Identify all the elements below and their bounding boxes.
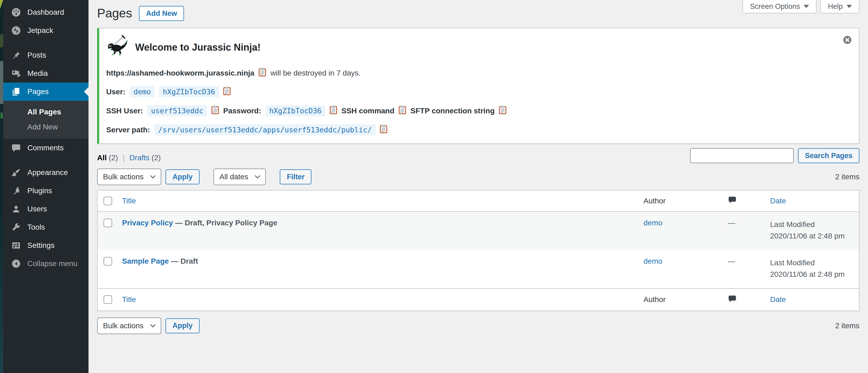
author-link[interactable]: demo [644, 219, 662, 227]
sidebar-item-collapse-menu[interactable]: Collapse menu [3, 255, 89, 273]
submenu-item-add-new[interactable]: Add New [3, 120, 89, 135]
destroy-note: will be destroyed in 7 days. [270, 69, 361, 77]
footer-date: Date [766, 289, 859, 311]
sidebar-item-posts[interactable]: Posts [3, 46, 89, 64]
bulk-actions-value: Bulk actions [103, 173, 144, 181]
filters-row: All (2) | Drafts (2) Search Pages [97, 148, 860, 163]
site-url: https://ashamed-hookworm.jurassic.ninja [106, 69, 254, 77]
ssh-password-value: hXgZIbTocD36 [266, 105, 326, 116]
server-path-value: /srv/users/userf513eddc/apps/userf513edd… [154, 124, 375, 135]
apply-button-bottom[interactable]: Apply [165, 318, 199, 333]
screen-options-button[interactable]: Screen Options [742, 0, 816, 13]
sidebar-item-settings[interactable]: Settings [3, 236, 89, 255]
sidebar-item-label: Plugins [27, 186, 52, 195]
ssh-command-label: SSH command [341, 107, 395, 115]
date-status: Last Modified [770, 219, 855, 230]
sort-date-link[interactable]: Date [770, 197, 786, 205]
sidebar-item-label: Comments [27, 144, 64, 152]
circle-x-icon [843, 35, 852, 44]
date-value: 2020/11/06 at 2:48 pm [770, 230, 855, 242]
sidebar-item-pages[interactable]: Pages [3, 82, 89, 101]
sidebar-item-media[interactable]: Media [3, 64, 89, 82]
sidebar-item-label: Settings [27, 241, 55, 250]
row-checkbox[interactable] [103, 219, 112, 227]
copy-password-button[interactable] [223, 87, 231, 97]
sidebar-item-jetpack[interactable]: Jetpack [3, 22, 89, 40]
server-path-line: Server path: /srv/users/userf513eddc/app… [106, 124, 849, 135]
pages-icon [11, 86, 22, 97]
filter-drafts-link[interactable]: Drafts [129, 154, 150, 162]
server-path-label: Server path: [106, 126, 150, 134]
tools-icon [11, 222, 22, 233]
row-checkbox-cell [97, 250, 118, 289]
sidebar-item-appearance[interactable]: Appearance [3, 164, 89, 182]
plugins-icon [11, 185, 22, 196]
sidebar-item-users[interactable]: Users [3, 200, 89, 218]
apply-button[interactable]: Apply [165, 169, 199, 184]
select-all-checkbox[interactable] [103, 197, 112, 205]
author-link[interactable]: demo [644, 257, 662, 265]
sort-date-link[interactable]: Date [770, 295, 786, 304]
select-all-checkbox[interactable] [103, 295, 112, 304]
copy-ssh-command-button[interactable] [399, 106, 406, 116]
copy-ssh-user-button[interactable] [211, 106, 219, 116]
sidebar-separator [3, 157, 89, 164]
dismiss-notice-button[interactable] [843, 35, 852, 44]
collapse-icon [11, 258, 22, 269]
page-title-link[interactable]: Sample Page [122, 257, 169, 265]
sidebar-separator [3, 40, 89, 46]
screen-meta-links: Screen Options Help [742, 0, 860, 13]
sort-title-link[interactable]: Title [122, 295, 136, 304]
filter-button[interactable]: Filter [280, 169, 311, 184]
users-icon [11, 204, 22, 214]
all-dates-select[interactable]: All dates [214, 169, 266, 185]
date-cell: Last Modified 2020/11/06 at 2:48 pm [766, 250, 859, 289]
help-button[interactable]: Help [820, 0, 860, 13]
clipboard-icon [258, 68, 266, 76]
page-title-link[interactable]: Privacy Policy [122, 219, 173, 227]
main-content: Screen Options Help Pages Add New [89, 0, 868, 373]
user-line: User: demo hXgZIbTocD36 [106, 86, 849, 97]
sidebar-item-tools[interactable]: Tools [3, 218, 89, 236]
search-box: Search Pages [690, 148, 860, 163]
search-pages-button[interactable]: Search Pages [798, 148, 860, 163]
sliver-green-mark [1, 112, 3, 118]
table-header: Title Author Date [97, 190, 859, 211]
jetpack-icon [11, 25, 22, 36]
search-input[interactable] [690, 148, 794, 163]
copy-server-path-button[interactable] [380, 125, 387, 135]
sidebar-item-comments[interactable]: Comments [3, 139, 89, 157]
row-checkbox[interactable] [103, 257, 112, 266]
copy-url-button[interactable] [258, 68, 266, 78]
footer-author: Author [639, 289, 723, 311]
copy-sftp-button[interactable] [499, 106, 506, 116]
sidebar-item-plugins[interactable]: Plugins [3, 182, 89, 200]
sidebar-item-label: Jetpack [27, 26, 53, 35]
items-count: 2 items [835, 173, 860, 181]
status-filter-links: All (2) | Drafts (2) [97, 154, 161, 163]
sort-title-link[interactable]: Title [122, 197, 136, 205]
chevron-down-icon [254, 175, 260, 179]
header-date: Date [766, 190, 859, 211]
screen-options-label: Screen Options [750, 2, 800, 11]
sidebar-item-dashboard[interactable]: Dashboard [3, 3, 89, 22]
user-password-value: hXgZIbTocD36 [159, 86, 219, 97]
media-icon [11, 68, 22, 79]
jurassic-ninja-notice: Welcome to Jurassic Ninja! https://asham… [97, 28, 860, 144]
footer-title: Title [118, 289, 639, 311]
notice-header: Welcome to Jurassic Ninja! [106, 35, 849, 60]
copy-ssh-password-button[interactable] [330, 106, 337, 116]
admin-sidebar: Dashboard Jetpack Posts Media Pages All … [3, 0, 89, 373]
clipboard-icon [330, 106, 337, 114]
ssh-line: SSH User: userf513eddc Password: hXgZIbT… [106, 105, 849, 116]
password-label: Password: [223, 107, 261, 115]
add-new-button[interactable]: Add New [139, 6, 184, 21]
title-cell: Sample Page — Draft [118, 250, 639, 289]
title-cell: Privacy Policy — Draft, Privacy Policy P… [118, 211, 639, 250]
bulk-actions-select-bottom[interactable]: Bulk actions [97, 317, 161, 334]
submenu-item-all-pages[interactable]: All Pages [3, 104, 89, 120]
filter-all-link[interactable]: All [97, 154, 107, 162]
header-title: Title [118, 190, 639, 211]
bulk-actions-select[interactable]: Bulk actions [97, 169, 161, 185]
items-count: 2 items [835, 321, 860, 330]
